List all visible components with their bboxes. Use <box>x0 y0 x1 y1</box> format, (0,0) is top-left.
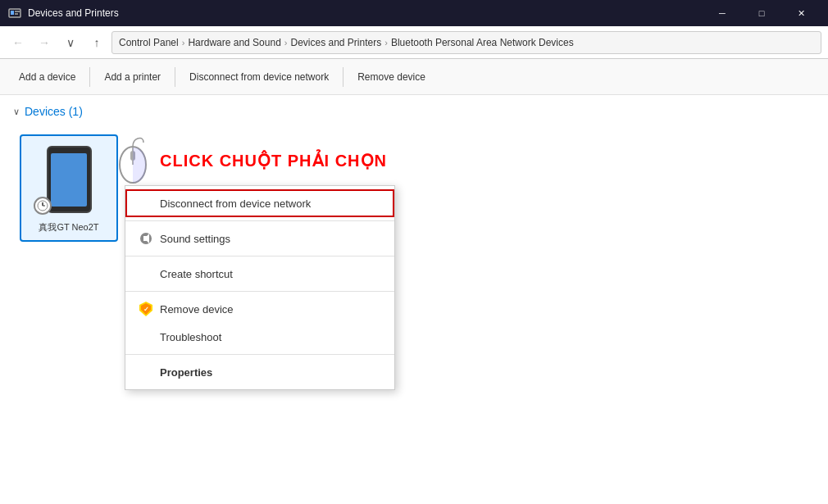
window-controls: ─ □ ✕ <box>703 0 820 26</box>
address-path[interactable]: Control Panel › Hardware and Sound › Dev… <box>111 31 821 54</box>
context-menu: Disconnect from device network Sound set… <box>125 185 395 390</box>
toolbar-separator-2 <box>175 67 175 87</box>
ctx-shortcut[interactable]: Create shortcut <box>125 260 394 288</box>
breadcrumb-control-panel[interactable]: Control Panel <box>119 37 179 48</box>
ctx-sep-4 <box>125 354 394 355</box>
section-chevron-icon[interactable]: ∨ <box>13 107 20 117</box>
ctx-sound[interactable]: Sound settings <box>125 225 394 252</box>
mouse-icon <box>115 136 152 185</box>
svg-rect-3 <box>15 13 18 15</box>
svg-text:✓: ✓ <box>143 306 149 313</box>
ctx-shortcut-label: Create shortcut <box>160 268 233 280</box>
svg-rect-2 <box>15 11 20 12</box>
address-bar: ← → ∨ ↑ Control Panel › Hardware and Sou… <box>0 26 828 59</box>
device-name: 真我GT Neo2T <box>39 221 98 234</box>
breadcrumb-hardware-sound[interactable]: Hardware and Sound <box>188 37 280 48</box>
ctx-properties-label: Properties <box>160 366 212 379</box>
ctx-properties[interactable]: Properties <box>125 358 394 386</box>
device-icon-container <box>32 143 106 216</box>
ctx-sep-3 <box>125 291 394 292</box>
phone-screen <box>51 153 87 207</box>
ctx-remove-label: Remove device <box>160 303 234 316</box>
main-content: ∨ Devices (1) 真我GT Neo2T <box>0 95 828 504</box>
ctx-sep-1 <box>125 220 394 221</box>
clock-badge <box>34 197 52 215</box>
ctx-shortcut-icon <box>139 266 153 281</box>
ctx-disconnect[interactable]: Disconnect from device network <box>125 189 394 217</box>
window-title: Devices and Printers <box>28 7 119 19</box>
back-button[interactable]: ← <box>7 31 30 54</box>
window-icon <box>8 7 21 20</box>
add-device-button[interactable]: Add a device <box>10 66 84 89</box>
ctx-remove[interactable]: ✓ Remove device <box>125 295 394 323</box>
title-bar: Devices and Printers ─ □ ✕ <box>0 0 828 26</box>
disconnect-button[interactable]: Disconnect from device network <box>180 66 338 89</box>
ctx-troubleshoot-label: Troubleshoot <box>160 331 221 343</box>
forward-button[interactable]: → <box>33 31 56 54</box>
ctx-disconnect-label: Disconnect from device network <box>160 198 311 210</box>
minimize-button[interactable]: ─ <box>703 0 741 26</box>
ctx-sep-2 <box>125 256 394 257</box>
annotation-area: CLICK CHUỘT PHẢI CHỌN <box>115 95 387 185</box>
toolbar-separator-3 <box>343 67 343 87</box>
phone-icon <box>47 146 92 213</box>
add-printer-button[interactable]: Add a printer <box>95 66 170 89</box>
breadcrumb-bluetooth[interactable]: Bluetooth Personal Area Network Devices <box>391 37 574 48</box>
annotation-text: CLICK CHUỘT PHẢI CHỌN <box>160 151 387 170</box>
ctx-troubleshoot-icon <box>139 329 153 344</box>
remove-device-button[interactable]: Remove device <box>348 66 434 89</box>
toolbar-separator-1 <box>89 67 90 87</box>
maximize-button[interactable]: □ <box>743 0 780 26</box>
ctx-troubleshoot[interactable]: Troubleshoot <box>125 323 394 351</box>
toolbar: Add a device Add a printer Disconnect fr… <box>0 59 828 95</box>
breadcrumb-devices-printers[interactable]: Devices and Printers <box>290 37 381 48</box>
svg-rect-1 <box>11 11 14 15</box>
close-button[interactable]: ✕ <box>782 0 820 26</box>
ctx-sound-icon <box>139 231 153 246</box>
up-button[interactable]: ↑ <box>85 31 108 54</box>
ctx-remove-icon: ✓ <box>139 302 153 316</box>
devices-section-title: Devices (1) <box>25 105 83 118</box>
recent-button[interactable]: ∨ <box>59 31 82 54</box>
ctx-properties-icon <box>139 365 153 379</box>
device-item-phone[interactable]: 真我GT Neo2T <box>20 134 118 242</box>
ctx-sound-label: Sound settings <box>160 233 230 245</box>
ctx-disconnect-icon <box>139 196 153 211</box>
